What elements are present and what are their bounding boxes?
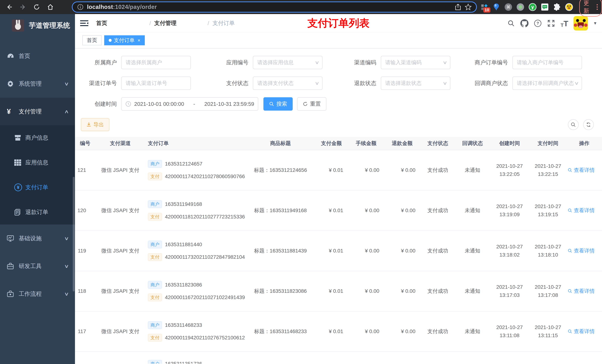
fullscreen-icon[interactable] [547,19,555,28]
date: 2021-10-27 [535,323,561,332]
site-info-icon[interactable] [77,4,84,10]
search-icon[interactable] [507,19,515,28]
font-size-icon[interactable]: TT [560,19,569,28]
export-button[interactable]: 导出 [81,118,109,131]
pay-channel-cell: 微信 JSAPI 支付 [95,328,145,335]
view-detail-label: 查看详情 [574,328,595,335]
pay-time-cell: 2021-10-2713:22:15 [529,162,567,178]
create-time-range-picker[interactable]: 2021-10-01 00:00:00 - 2021-10-31 23:59:5… [121,97,258,111]
pay-status-cell: 支付成功 [420,247,455,254]
range-start: 2021-10-01 00:00:00 [134,101,184,107]
sidebar-item-system[interactable]: 系统管理 ∨ [0,70,75,98]
channel-code-select[interactable]: 请输入渠道编码∨ [381,56,450,69]
date: 2021-10-27 [496,323,523,332]
chevron-down-icon: ∨ [315,60,320,65]
merchant-order-line: 商户1635312124657 [148,160,202,168]
reload-icon[interactable] [33,3,40,11]
collapse-sidebar-icon[interactable] [80,20,88,27]
product-title-cell: 标题：1635311949168 [246,207,315,214]
app-logo: 芋道管理系统 [0,14,75,37]
merchant-order-no: 1635311351736 [165,361,202,364]
sidebar-item-refund-order[interactable]: 退款订单 [0,200,75,225]
sidebar-item-pay-order[interactable]: ¥ 支付订单 [0,175,75,200]
refund-amount-cell: ¥ 0.00 [384,167,420,173]
view-detail-link[interactable]: 查看详情 [568,247,595,254]
github-icon[interactable] [520,19,529,28]
merchant-order-line: 商户1635311949168 [148,200,202,208]
share-icon[interactable] [455,3,461,10]
view-detail-link[interactable]: 查看详情 [568,207,595,214]
breadcrumb: 首页 / 支付管理 / 支付订单 [96,20,235,27]
order-cell: 商户1635311351736 [145,352,246,364]
merchant-order-no-input[interactable] [512,56,582,69]
sidebar-item-app-info[interactable]: 应用信息 [0,150,75,175]
address-bar[interactable]: localhost:1024/pay/order [72,1,477,13]
extension-pin-icon[interactable] [492,3,500,11]
action-cell: 查看详情 [567,247,602,254]
pay-order-line: 支付4200001167202110271022491439 [148,293,245,301]
view-detail-link[interactable]: 查看详情 [568,167,595,174]
sidebar-item-label: 商户信息 [25,134,48,142]
breadcrumb-payment[interactable]: 支付管理 [154,20,204,27]
extension-y-icon[interactable]: y [528,3,537,11]
sidebar-item-merchant-info[interactable]: 商户信息 [0,125,75,150]
view-detail-label: 查看详情 [574,167,595,174]
extension-tabs-icon[interactable]: 10 [481,3,488,11]
time: 13:18:02 [499,251,520,259]
sidebar-item-label: 工作流程 [19,290,65,298]
sidebar-item-home[interactable]: 首页 [0,42,75,70]
sidebar-item-workflow[interactable]: 工作流程 ∨ [0,280,75,308]
extension-emoji-icon[interactable] [565,3,573,11]
back-icon[interactable] [6,3,13,11]
help-icon[interactable]: ? [534,19,542,28]
reset-button[interactable]: 重置 [297,97,326,111]
channel-order-no: 4200001194202110276752100612 [165,335,245,341]
date: 2021-10-27 [535,162,561,170]
extension-puzzle-icon[interactable] [553,3,561,11]
refund-amount-cell: ¥ 0.00 [384,288,420,294]
sidebar-item-dev-tools[interactable]: 研发工具 ∨ [0,252,75,280]
column-header: 支付订单 [145,140,246,147]
app-title: 芋道管理系统 [29,21,70,30]
sidebar-menu: 首页 系统管理 ∨ ¥ 支付管理 ∧ 商户信息 应用信息 ¥ 支付订单 [0,37,75,308]
app-id-select[interactable]: 请选择应用信息∨ [253,56,322,69]
update-label: 更新 [583,0,594,15]
kebab-menu-icon [597,4,598,10]
sidebar-scrollbar[interactable] [73,177,75,291]
refund-status-select[interactable]: 请选择退款状态∨ [381,77,450,90]
avatar-caret-icon[interactable]: ▼ [593,21,597,26]
notify-status-select[interactable]: 请选择订单回调商户状态∨ [512,77,582,90]
merchant-order-line: 商户1635311881440 [148,241,202,248]
channel-order-no-input[interactable] [121,77,191,90]
extension-chat-icon[interactable] [541,3,549,11]
notify-status-cell: 未通知 [455,328,490,335]
search-button[interactable]: 搜索 [263,97,293,111]
close-tab-icon[interactable]: × [138,38,140,43]
extension-record-icon[interactable] [516,3,524,11]
merchant-input[interactable] [121,56,191,69]
tab-home[interactable]: 首页 [82,35,102,45]
sidebar-item-payment[interactable]: ¥ 支付管理 ∧ [0,98,75,125]
view-detail-link[interactable]: 查看详情 [568,328,595,335]
view-detail-link[interactable]: 查看详情 [568,288,595,295]
column-header: 支付金额 [315,140,348,147]
chrome-update-menu[interactable]: 更新 [579,0,602,17]
bookmark-star-icon[interactable] [465,3,472,10]
date: 2021-10-27 [496,243,523,251]
refresh-table-button[interactable] [583,119,594,130]
refund-amount-cell: ¥ 0.00 [384,329,420,334]
home-icon[interactable] [47,3,54,11]
breadcrumb-home[interactable]: 首页 [96,20,146,27]
pay-status-select[interactable]: 请选择支付状态∨ [253,77,322,90]
logo-rabbit-image [12,20,24,32]
sidebar-item-infrastructure[interactable]: 基础设施 ∨ [0,225,75,252]
sidebar: 芋道管理系统 首页 系统管理 ∨ ¥ 支付管理 ∧ 商户信息 应用信息 [0,14,75,364]
forward-icon[interactable] [19,3,27,11]
avatar[interactable] [573,16,588,31]
tab-pay-order[interactable]: 支付订单 × [104,35,145,45]
refresh-icon [303,101,308,106]
extension-command-icon[interactable]: ⌘ [505,3,512,11]
hide-search-button[interactable] [568,119,579,130]
order-cell: 商户1635312124657支付42000011742021102780605… [145,160,246,180]
pay-amount-cell: ¥ 0.01 [315,288,348,294]
